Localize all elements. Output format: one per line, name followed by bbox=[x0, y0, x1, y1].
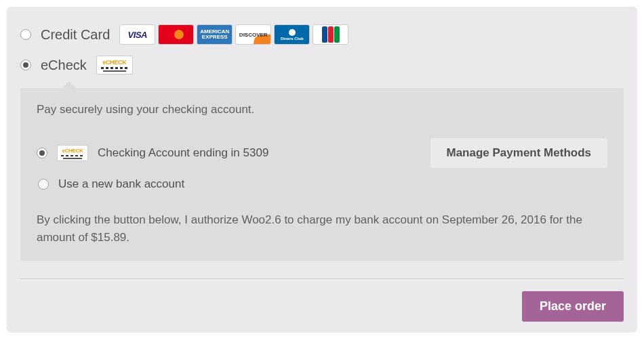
discover-icon: DISCOVER bbox=[235, 24, 271, 45]
radio-new-account[interactable] bbox=[38, 179, 49, 190]
radio-saved-account[interactable] bbox=[37, 148, 47, 158]
jcb-icon bbox=[313, 24, 348, 45]
amex-icon: AMERICANEXPRESS bbox=[197, 24, 233, 45]
radio-credit-card[interactable] bbox=[20, 29, 31, 40]
place-order-button[interactable]: Place order bbox=[522, 291, 624, 322]
new-account-option[interactable]: Use a new bank account bbox=[38, 177, 607, 191]
echeck-small-icon: eCHECK bbox=[57, 145, 88, 161]
radio-echeck[interactable] bbox=[20, 60, 31, 70]
saved-account-row: eCHECK Checking Account ending in 5309 M… bbox=[37, 138, 607, 168]
payment-option-echeck[interactable]: eCheck eCHECK bbox=[20, 50, 624, 80]
card-brand-logos: VISA AMERICANEXPRESS DISCOVER Diners Clu… bbox=[119, 24, 348, 45]
credit-card-label: Credit Card bbox=[41, 27, 110, 43]
authorization-text: By clicking the button below, I authoriz… bbox=[37, 211, 607, 246]
saved-account-option[interactable]: eCHECK Checking Account ending in 5309 bbox=[37, 145, 268, 161]
mastercard-icon bbox=[158, 24, 194, 45]
diners-icon: Diners Club bbox=[274, 24, 310, 45]
saved-account-label: Checking Account ending in 5309 bbox=[98, 146, 268, 160]
echeck-intro: Pay securely using your checking account… bbox=[37, 103, 607, 116]
payment-option-credit-card[interactable]: Credit Card VISA AMERICANEXPRESS DISCOVE… bbox=[20, 19, 624, 50]
new-account-label: Use a new bank account bbox=[58, 177, 184, 191]
manage-payment-methods-button[interactable]: Manage Payment Methods bbox=[430, 138, 608, 168]
echeck-details-panel: Pay securely using your checking account… bbox=[20, 88, 624, 261]
echeck-label: eCheck bbox=[41, 58, 87, 73]
echeck-icon: eCHECK bbox=[96, 56, 133, 74]
visa-icon: VISA bbox=[119, 24, 155, 45]
panel-footer: Place order bbox=[20, 279, 624, 322]
payment-methods-panel: Credit Card VISA AMERICANEXPRESS DISCOVE… bbox=[7, 7, 637, 332]
